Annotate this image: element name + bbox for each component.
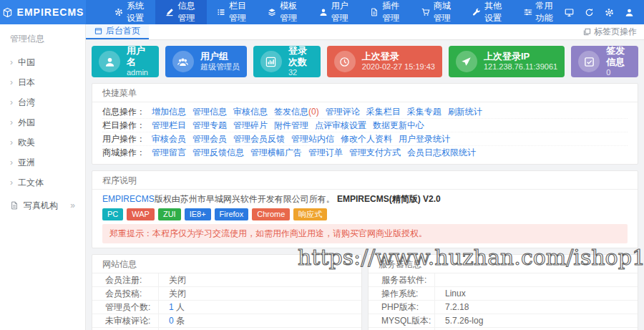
- navbar-item[interactable]: 其他设置: [462, 0, 513, 24]
- chevron-right-icon: ›: [10, 97, 13, 107]
- quick-menu-link[interactable]: 管理会员: [192, 133, 227, 145]
- warning-alert: 郑重提示：本程序仅为学习交流使用，如需用作商业用途，请购买官网商业版授权。: [102, 224, 628, 243]
- stat-card-icon-wrap: [260, 51, 282, 72]
- quick-menu-link[interactable]: 管理支付方式: [349, 147, 401, 159]
- quick-menu-link[interactable]: 数据更新中心: [373, 120, 424, 132]
- users-icon: [177, 57, 188, 67]
- stat-card[interactable]: 登录次数32: [253, 46, 321, 77]
- quick-menu-link[interactable]: 审核信息: [233, 106, 268, 118]
- user-icon[interactable]: [625, 8, 634, 17]
- navbar-item[interactable]: 插件管理: [360, 0, 411, 24]
- sidebar-item-special[interactable]: 写真机构»: [0, 195, 85, 215]
- quick-menu-link[interactable]: 会员日志权限统计: [407, 147, 476, 159]
- navbar-item[interactable]: 信息管理: [155, 0, 206, 24]
- server-info-row-label: 操作系统:: [369, 287, 434, 300]
- quick-menu-link[interactable]: 增加信息: [152, 106, 186, 118]
- quick-menu-link[interactable]: 修改个人资料: [341, 133, 392, 145]
- sidebar-item-label: 中国: [18, 57, 35, 69]
- compat-badge: IE8+: [185, 208, 211, 220]
- list-icon: [217, 8, 225, 16]
- navbar-item[interactable]: 栏目管理: [207, 0, 258, 24]
- tab-bar: 后台首页 标签页操作: [86, 24, 644, 40]
- tab-operations-label: 标签页操作: [594, 26, 637, 38]
- plugin-icon: [370, 8, 379, 16]
- stat-card-value: admin: [127, 68, 152, 78]
- chevron-right-icon: ›: [10, 137, 13, 147]
- tab-dashboard[interactable]: 后台首页: [86, 24, 149, 39]
- quick-menu-link[interactable]: 管理留言: [152, 147, 186, 159]
- stat-card-text: 用户名admin: [127, 45, 152, 78]
- quick-menu-row-label: 用户操作：: [102, 133, 145, 145]
- stat-card[interactable]: 上次登录2020-02-27 15:19:43: [327, 46, 442, 77]
- quick-menu-link[interactable]: 管理碎片: [233, 120, 268, 132]
- server-info-row-label: PHP版本:: [369, 301, 434, 314]
- chevron-right-icon: ›: [10, 57, 13, 67]
- app-logo[interactable]: EMPIRECMS: [0, 0, 86, 24]
- stat-card-value: 32: [288, 68, 313, 78]
- server-info-row-label: 服务器软件:: [369, 273, 434, 286]
- navbar-item[interactable]: 常用功能: [514, 0, 565, 24]
- chart-icon: [265, 57, 276, 67]
- refresh-icon[interactable]: [585, 8, 594, 17]
- compat-badge: Firefox: [215, 208, 249, 220]
- tab-dashboard-label: 后台首页: [106, 25, 140, 37]
- navbar-item[interactable]: 商城管理: [411, 0, 462, 24]
- quick-menu-link[interactable]: 管理信息: [192, 106, 227, 118]
- sidebar-item[interactable]: ›欧美: [0, 132, 85, 152]
- quick-menu-link[interactable]: 管理专题: [192, 120, 227, 132]
- site-info-row-value: 1 人: [158, 301, 361, 314]
- site-info-row-value: 0 条: [158, 314, 361, 327]
- check-square-icon: [584, 57, 595, 67]
- quick-menu-link[interactable]: 审核会员: [152, 133, 186, 145]
- quick-menu-row-label: 信息操作：: [102, 106, 145, 118]
- sidebar-item[interactable]: ›亚洲: [0, 152, 85, 173]
- site-info-row-label: 会员注册:: [92, 273, 158, 286]
- stat-card[interactable]: 签发信息0: [571, 46, 638, 77]
- quick-menu-link[interactable]: 采集专题: [407, 106, 441, 118]
- stat-card-value: 0: [606, 68, 631, 78]
- site-info-row: 会员注册:关闭: [92, 273, 361, 287]
- quick-menu-link[interactable]: 用户登录统计: [399, 133, 450, 145]
- quick-menu-link[interactable]: 管理反馈信息: [192, 147, 244, 159]
- quick-menu-body: 信息操作：增加信息管理信息审核信息签发信息(0)管理评论采集栏目采集专题刷新统计…: [92, 102, 638, 164]
- quick-menu-link[interactable]: 附件管理: [274, 120, 308, 132]
- site-info-table: 会员注册:关闭会员投稿:关闭管理员个数:1 人未审核评论:0 条未审核会员:0 …: [92, 273, 361, 330]
- program-info-panel: 程序说明 EMPIRECMS版权由苏州市早城网兴软件开发有限公司所有。 EMPI…: [92, 170, 638, 248]
- plugin-icon: [10, 201, 19, 210]
- navbar-item[interactable]: 模板管理: [258, 0, 308, 24]
- quick-menu-link[interactable]: 管理栏目: [152, 120, 186, 132]
- sidebar-item[interactable]: ›台湾: [0, 92, 85, 112]
- quick-menu-link[interactable]: 管理站内信: [291, 133, 334, 145]
- sidebar-item[interactable]: ›工文体: [0, 173, 85, 193]
- quick-menu-link[interactable]: 管理会员反馈: [233, 133, 285, 145]
- stat-card-icon-wrap: [172, 51, 194, 72]
- navbar-item[interactable]: 系统设置: [104, 0, 155, 24]
- stat-card[interactable]: 上次登录IP121.238.76.11:39061: [449, 46, 565, 77]
- double-arrow-icon: »: [70, 200, 75, 210]
- quick-menu-link[interactable]: 管理横幅广告: [250, 147, 302, 159]
- server-info-row: MYSQL版本:5.7.26-log: [369, 314, 638, 328]
- desktop-icon[interactable]: [565, 8, 574, 17]
- empirecms-link[interactable]: EMPIRECMS: [102, 194, 155, 204]
- quick-menu-link[interactable]: 签发信息(0): [274, 106, 319, 118]
- quick-menu-link[interactable]: 刷新统计: [448, 106, 482, 118]
- navbar-item[interactable]: 用户管理: [309, 0, 360, 24]
- stat-card[interactable]: 用户组超级管理员: [165, 46, 247, 77]
- cart-icon: [421, 8, 430, 16]
- gear-icon[interactable]: [605, 8, 614, 17]
- quick-menu-link[interactable]: 管理评论: [326, 106, 360, 118]
- sidebar-item-label: 外国: [18, 117, 35, 129]
- stat-card-text: 登录次数32: [288, 45, 313, 78]
- stat-card[interactable]: 用户名admin: [92, 46, 159, 77]
- hamburger-menu-button[interactable]: [86, 0, 104, 24]
- sidebar-item[interactable]: ›日本: [0, 72, 85, 92]
- site-info-row-value: 关闭: [158, 287, 361, 300]
- quick-menu-link[interactable]: 点评审核设置: [315, 120, 366, 132]
- sidebar-item[interactable]: ›中国: [0, 52, 85, 72]
- quick-menu-link[interactable]: 管理订单: [308, 147, 343, 159]
- tab-operations-button[interactable]: 标签页操作: [576, 24, 644, 39]
- quick-menu-link[interactable]: 采集栏目: [366, 106, 401, 118]
- sidebar-item[interactable]: ›外国: [0, 112, 85, 132]
- stat-card-value: 121.238.76.11:39061: [484, 62, 557, 72]
- chevron-right-icon: ›: [10, 178, 13, 188]
